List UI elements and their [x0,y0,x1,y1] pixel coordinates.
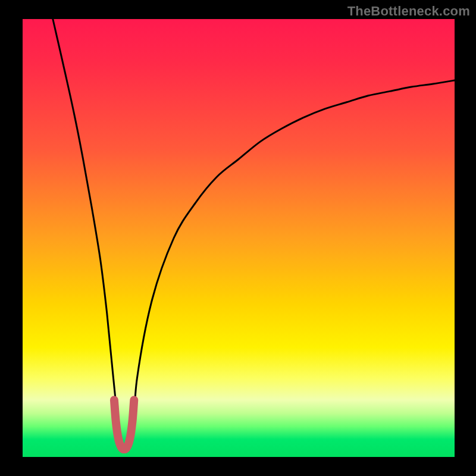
plot-area [23,19,455,457]
curve-svg [23,19,455,457]
bottleneck-curve [53,19,455,448]
chart-frame: TheBottleneck.com [0,0,476,476]
valley-marker [114,400,134,449]
watermark-label: TheBottleneck.com [347,4,470,19]
